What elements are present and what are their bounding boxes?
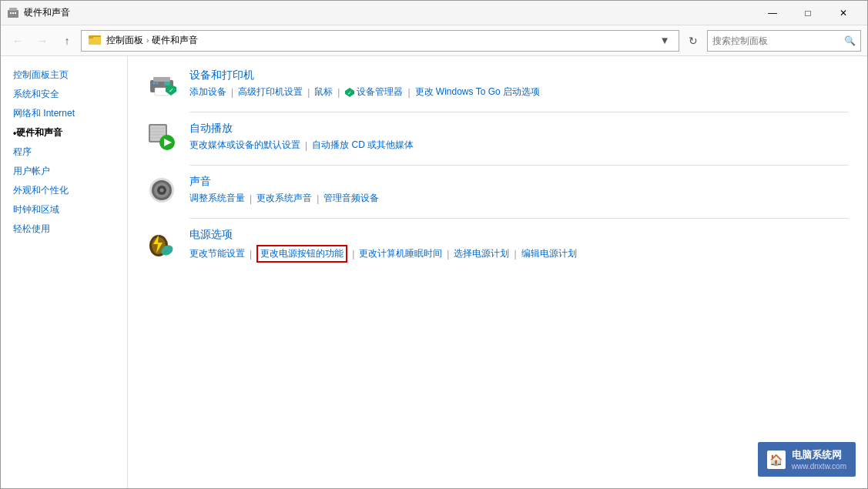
devices-printers-content: 设备和打印机 添加设备 | 高级打印机设置 | 鼠标 | ✓ bbox=[189, 69, 849, 99]
sidebar-item-ease-access[interactable]: 轻松使用 bbox=[1, 219, 127, 239]
breadcrumb-path: 控制面板 › 硬件和声音 bbox=[106, 34, 652, 47]
watermark-main: 电脑系统网 bbox=[792, 448, 846, 462]
link-power-button[interactable]: 更改电源按钮的功能 bbox=[256, 245, 347, 263]
devices-printers-icon: ✓ bbox=[146, 69, 177, 99]
breadcrumb-separator: › bbox=[146, 36, 149, 45]
sidebar-item-user-accounts[interactable]: 用户帐户 bbox=[1, 162, 127, 181]
svg-point-30 bbox=[160, 189, 164, 193]
section-sound: 声音 调整系统音量 | 更改系统声音 | 管理音频设备 bbox=[146, 175, 849, 206]
sidebar-item-system-security[interactable]: 系统和安全 bbox=[1, 85, 127, 104]
main-window: 硬件和声音 — □ ✕ ← → ↑ 控制面板 › 硬件和声音 ▼ bbox=[0, 0, 868, 489]
autoplay-content: 自动播放 更改媒体或设备的默认设置 | 自动播放 CD 或其他媒体 bbox=[189, 122, 849, 152]
autoplay-title[interactable]: 自动播放 bbox=[189, 122, 849, 136]
svg-rect-11 bbox=[164, 82, 170, 85]
sidebar: 控制面板主页 系统和安全 网络和 Internet 硬件和声音 程序 用户帐户 … bbox=[1, 56, 128, 488]
search-icon: 🔍 bbox=[844, 35, 856, 46]
refresh-button[interactable]: ↻ bbox=[682, 30, 704, 52]
watermark-icon: 🏠 bbox=[767, 450, 786, 469]
sidebar-item-appearance[interactable]: 外观和个性化 bbox=[1, 181, 127, 200]
close-button[interactable]: ✕ bbox=[826, 1, 861, 25]
divider-1 bbox=[189, 112, 849, 112]
autoplay-links: 更改媒体或设备的默认设置 | 自动播放 CD 或其他媒体 bbox=[189, 139, 849, 152]
sound-content: 声音 调整系统音量 | 更改系统声音 | 管理音频设备 bbox=[189, 175, 849, 205]
sidebar-item-hardware-sound[interactable]: 硬件和声音 bbox=[1, 123, 127, 142]
breadcrumb-current[interactable]: 硬件和声音 bbox=[152, 34, 198, 47]
link-add-device[interactable]: 添加设备 bbox=[189, 85, 226, 99]
search-box: 🔍 bbox=[707, 30, 861, 52]
svg-rect-4 bbox=[15, 12, 16, 14]
section-power: 电源选项 更改节能设置 | 更改电源按钮的功能 | 更改计算机睡眠时间 | 选择… bbox=[146, 228, 849, 263]
section-autoplay: 自动播放 更改媒体或设备的默认设置 | 自动播放 CD 或其他媒体 bbox=[146, 122, 849, 152]
link-power-plan[interactable]: 选择电源计划 bbox=[454, 247, 509, 260]
sound-title[interactable]: 声音 bbox=[189, 175, 849, 189]
power-icon bbox=[146, 228, 177, 259]
devices-printers-title[interactable]: 设备和打印机 bbox=[189, 69, 849, 82]
sidebar-item-clock-region[interactable]: 时钟和区域 bbox=[1, 200, 127, 219]
folder-icon bbox=[88, 32, 102, 49]
svg-text:✓: ✓ bbox=[347, 90, 352, 95]
main-layout: 控制面板主页 系统和安全 网络和 Internet 硬件和声音 程序 用户帐户 … bbox=[1, 56, 867, 488]
breadcrumb-root[interactable]: 控制面板 bbox=[106, 34, 143, 47]
svg-text:✓: ✓ bbox=[169, 87, 174, 94]
link-autoplay-cd[interactable]: 自动播放 CD 或其他媒体 bbox=[312, 139, 414, 152]
sidebar-item-network-internet[interactable]: 网络和 Internet bbox=[1, 104, 127, 123]
link-adjust-volume[interactable]: 调整系统音量 bbox=[189, 192, 245, 205]
svg-rect-3 bbox=[12, 12, 14, 14]
power-links: 更改节能设置 | 更改电源按钮的功能 | 更改计算机睡眠时间 | 选择电源计划 … bbox=[189, 245, 849, 263]
content-area: ✓ 设备和打印机 添加设备 | 高级打印机设置 | 鼠标 | bbox=[128, 56, 867, 488]
link-edit-power[interactable]: 编辑电源计划 bbox=[521, 247, 577, 260]
link-power-saving[interactable]: 更改节能设置 bbox=[189, 247, 245, 260]
section-devices-printers: ✓ 设备和打印机 添加设备 | 高级打印机设置 | 鼠标 | bbox=[146, 69, 849, 99]
svg-rect-1 bbox=[9, 8, 17, 11]
back-button[interactable]: ← bbox=[7, 30, 28, 52]
watermark-sub: www.dnxtw.com bbox=[792, 462, 846, 471]
link-mouse[interactable]: 鼠标 bbox=[314, 85, 333, 99]
minimize-button[interactable]: — bbox=[755, 1, 790, 25]
autoplay-icon bbox=[146, 122, 177, 152]
address-bar: ← → ↑ 控制面板 › 硬件和声音 ▼ ↻ 🔍 bbox=[1, 25, 867, 56]
title-bar-icon bbox=[7, 7, 19, 19]
svg-rect-9 bbox=[153, 77, 170, 82]
link-device-manager[interactable]: 设备管理器 bbox=[357, 85, 403, 99]
title-bar-text: 硬件和声音 bbox=[24, 6, 755, 19]
link-sleep-time[interactable]: 更改计算机睡眠时间 bbox=[359, 247, 442, 260]
link-autoplay-default[interactable]: 更改媒体或设备的默认设置 bbox=[189, 139, 300, 152]
power-title[interactable]: 电源选项 bbox=[189, 228, 849, 242]
link-change-sound[interactable]: 更改系统声音 bbox=[256, 192, 312, 205]
link-manage-audio[interactable]: 管理音频设备 bbox=[323, 192, 379, 205]
divider-2 bbox=[189, 165, 849, 166]
link-windows-to-go[interactable]: 更改 Windows To Go 启动选项 bbox=[415, 85, 540, 99]
power-content: 电源选项 更改节能设置 | 更改电源按钮的功能 | 更改计算机睡眠时间 | 选择… bbox=[189, 228, 849, 263]
svg-rect-2 bbox=[10, 12, 12, 14]
sound-links: 调整系统音量 | 更改系统声音 | 管理音频设备 bbox=[189, 192, 849, 205]
svg-rect-7 bbox=[89, 35, 93, 39]
maximize-button[interactable]: □ bbox=[790, 1, 826, 25]
title-bar-controls: — □ ✕ bbox=[755, 1, 861, 25]
devices-printers-links: 添加设备 | 高级打印机设置 | 鼠标 | ✓ 设备管理器 bbox=[189, 85, 849, 99]
svg-point-13 bbox=[156, 82, 159, 85]
divider-3 bbox=[189, 218, 849, 219]
address-dropdown-button[interactable]: ▼ bbox=[657, 31, 672, 51]
link-printer-settings[interactable]: 高级打印机设置 bbox=[238, 85, 303, 99]
title-bar: 硬件和声音 — □ ✕ bbox=[1, 1, 867, 25]
forward-button[interactable]: → bbox=[32, 30, 53, 52]
watermark-text: 电脑系统网 www.dnxtw.com bbox=[792, 448, 846, 471]
search-input[interactable] bbox=[712, 35, 841, 46]
sidebar-item-control-panel-home[interactable]: 控制面板主页 bbox=[1, 65, 127, 85]
up-button[interactable]: ↑ bbox=[56, 30, 78, 52]
address-field: 控制面板 › 硬件和声音 ▼ bbox=[81, 30, 679, 52]
watermark: 🏠 电脑系统网 www.dnxtw.com bbox=[758, 442, 856, 477]
sound-icon bbox=[146, 175, 177, 206]
sidebar-item-programs[interactable]: 程序 bbox=[1, 142, 127, 162]
svg-point-12 bbox=[153, 82, 156, 85]
